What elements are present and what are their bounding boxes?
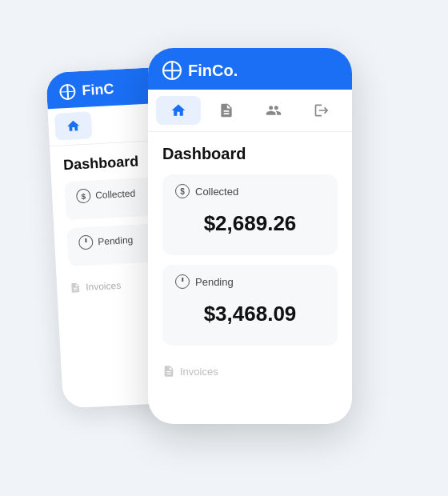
clock-icon-front [175,274,190,289]
front-collected-card: $ Collected $2,689.26 [162,174,338,255]
dollar-icon-front: $ [175,184,190,198]
front-pending-card: Pending $3,468.09 [162,265,338,346]
front-pending-value: $3,468.09 [175,295,325,333]
front-invoices-row: Invoices [162,355,338,381]
globe-icon-back [59,83,76,100]
phone-front: FinCo. Dashboard $ Colle [148,48,352,424]
front-nav-documents[interactable] [204,96,249,125]
front-content: Dashboard $ Collected $2,689.26 Pending … [148,132,352,394]
front-collected-label: $ Collected [175,184,325,198]
logout-icon-front [314,102,330,118]
front-nav-home[interactable] [156,96,201,125]
clock-icon-back [78,235,94,250]
brand-name-back: FinC [82,81,114,99]
users-icon-front [266,102,282,118]
invoices-icon-front [162,365,175,378]
front-nav-bar [148,90,352,132]
front-collected-value: $2,689.26 [175,205,325,242]
front-pending-label: Pending [175,274,325,289]
documents-icon-front [218,102,234,118]
globe-icon-front [162,61,182,80]
back-nav-home[interactable] [54,111,93,140]
brand-name-front: FinCo. [188,62,238,80]
dollar-icon-back: $ [76,189,91,204]
front-phone-header: FinCo. [148,48,352,90]
home-icon-back [66,118,81,134]
front-nav-logout[interactable] [299,96,344,125]
front-dashboard-title: Dashboard [162,145,338,163]
home-icon-front [170,102,186,118]
front-nav-users[interactable] [252,96,297,125]
invoices-icon-back [70,282,82,294]
